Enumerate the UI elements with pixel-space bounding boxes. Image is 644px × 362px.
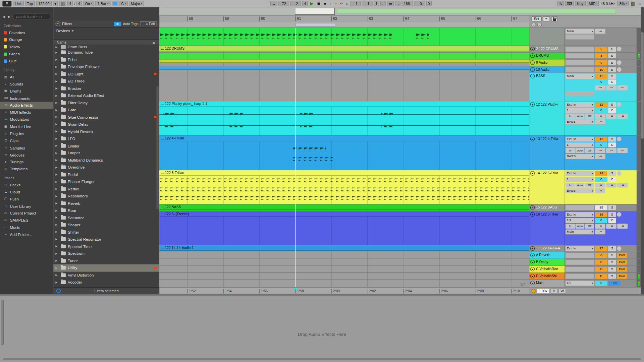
tap-tempo-button[interactable]: Tap bbox=[25, 1, 35, 6]
solo-button[interactable]: S bbox=[608, 205, 616, 210]
disclosure-triangle-icon[interactable]: ▶ bbox=[55, 58, 59, 61]
send-knob-value[interactable]: -∞ bbox=[617, 224, 628, 229]
re-enable-automation-button[interactable]: ↶ bbox=[339, 1, 343, 5]
send-knob-value[interactable]: -∞ bbox=[595, 28, 605, 34]
play-track-icon[interactable]: ▸ bbox=[530, 67, 535, 72]
routing-select[interactable] bbox=[566, 274, 594, 279]
clip-title-bar[interactable]: ... 122 14-14-Audio 1 bbox=[159, 245, 529, 251]
cpu-meter[interactable]: 3%▾ bbox=[618, 1, 629, 6]
send-knob-value[interactable]: -∞ bbox=[595, 182, 605, 187]
solo-button[interactable]: S bbox=[608, 246, 616, 251]
track-name-cell[interactable]: ▸C ValhallaRoo bbox=[529, 266, 565, 273]
disclosure-triangle-icon[interactable]: ▶ bbox=[55, 187, 59, 191]
track-number-badge[interactable]: 9 bbox=[595, 60, 607, 65]
post-toggle[interactable]: Post bbox=[617, 266, 627, 272]
routing-select[interactable]: 1▾ bbox=[566, 108, 594, 113]
clip-lane[interactable]: ... 122 6- (Freeze) bbox=[159, 212, 529, 245]
send-knob-value[interactable]: -∞ bbox=[606, 85, 616, 90]
track-number-badge[interactable]: 17 bbox=[595, 246, 607, 251]
monitor-dot-icon[interactable] bbox=[617, 67, 621, 72]
auto-tags-eye-icon[interactable]: 👁 bbox=[114, 21, 121, 26]
clip-lane[interactable] bbox=[159, 280, 529, 287]
send-knob-value[interactable]: -∞ bbox=[617, 85, 628, 90]
disclosure-triangle-icon[interactable]: ▶ bbox=[55, 79, 59, 83]
solo-button[interactable]: S bbox=[608, 47, 616, 52]
monitor-dot-icon[interactable] bbox=[617, 102, 621, 107]
sidebar-item-audio-effects[interactable]: ≋Audio Effects bbox=[0, 102, 53, 109]
sidebar-item-cloud[interactable]: ☁Cloud bbox=[0, 188, 53, 195]
monitor-dot-icon[interactable] bbox=[617, 171, 621, 176]
solo-button[interactable]: S bbox=[608, 136, 616, 141]
clip-title-bar[interactable]: ... 122 Plucky pipes_ harp 1-1 bbox=[159, 101, 529, 107]
routing-select[interactable] bbox=[566, 253, 594, 258]
routing-select[interactable]: BASS▾ bbox=[566, 119, 594, 124]
monitor-off-button[interactable]: Off bbox=[585, 224, 594, 229]
track-header[interactable]: ▸10 Audio10S bbox=[529, 66, 641, 72]
loop-start-sixteenths-field[interactable]: 1 bbox=[374, 1, 379, 6]
send-knob-value[interactable]: -∞ bbox=[595, 224, 605, 229]
sidebar-item-plug-ins[interactable]: ↯Plug-Ins bbox=[0, 130, 53, 137]
clip-lane[interactable] bbox=[159, 273, 529, 280]
send-knob-value[interactable]: -∞ bbox=[595, 148, 605, 153]
sidebar-item-templates[interactable]: ⊞Templates bbox=[0, 166, 53, 173]
sidebar-item-sounds[interactable]: ♪Sounds bbox=[0, 80, 53, 87]
sidebar-item-add-folder[interactable]: +Add Folder... bbox=[0, 231, 53, 238]
sidebar-item-clips[interactable]: ⊡Clips bbox=[0, 137, 53, 144]
link-button[interactable]: Link bbox=[13, 1, 23, 6]
device-item-hybrid-reverb[interactable]: ▶Hybrid Reverb bbox=[53, 128, 159, 135]
capture-midi-button[interactable]: ○ bbox=[345, 1, 349, 5]
automation-arm-button[interactable]: ≈ bbox=[334, 1, 338, 5]
track-header[interactable]: ▾14 122 5-TriliaExt. In▾14S1▾0CInAutoOff… bbox=[529, 170, 641, 204]
device-item-overdrive[interactable]: ▶Overdrive bbox=[53, 164, 159, 171]
monitor-dot-icon[interactable] bbox=[617, 47, 621, 51]
sidebar-item-push[interactable]: ▢Push bbox=[0, 195, 53, 202]
send-knob-value[interactable]: -∞ bbox=[595, 114, 605, 119]
send-knob-value[interactable]: -∞ bbox=[595, 154, 605, 159]
scrub-lane[interactable] bbox=[159, 22, 529, 27]
sidebar-item-modulators[interactable]: ∼Modulators bbox=[0, 116, 53, 123]
scale-awareness-icon[interactable] bbox=[112, 1, 118, 6]
preview-toggle-icon[interactable] bbox=[56, 289, 61, 293]
device-item-shaper[interactable]: ▶Shaper bbox=[53, 221, 159, 228]
routing-select[interactable] bbox=[566, 91, 594, 96]
position-bars-field[interactable]: 72. bbox=[278, 1, 289, 6]
monitor-dot-icon[interactable] bbox=[617, 60, 621, 65]
loop-length-bars-field[interactable]: 188. bbox=[402, 1, 413, 6]
disclosure-triangle-icon[interactable]: ▶ bbox=[55, 252, 59, 255]
disclosure-triangle-icon[interactable]: ▶ bbox=[55, 51, 59, 54]
monitor-in-button[interactable]: In bbox=[566, 182, 575, 187]
clip-lane[interactable]: ... 122 4-Trilian bbox=[159, 136, 529, 170]
track-number-badge[interactable]: 15 bbox=[595, 205, 607, 210]
disclosure-triangle-icon[interactable]: ▶ bbox=[55, 266, 59, 269]
sidebar-item-green[interactable]: Green bbox=[0, 50, 53, 57]
clip-lane[interactable] bbox=[159, 266, 529, 273]
track-number-badge[interactable]: 14 bbox=[595, 171, 607, 176]
track-name-cell[interactable]: ▸9 Audio bbox=[529, 60, 565, 66]
routing-select[interactable]: Ext. In▾ bbox=[566, 171, 594, 176]
device-item-grain-delay[interactable]: ▶Grain Delay bbox=[53, 121, 159, 128]
routing-select[interactable]: 1▾ bbox=[566, 177, 594, 182]
sidebar-item-user-library[interactable]: ⌂User Library bbox=[0, 202, 53, 209]
sidebar-item-tunings[interactable]: ♯Tunings bbox=[0, 159, 53, 166]
loop-length-sixteenths-field[interactable]: 0 bbox=[426, 1, 431, 6]
pan-value[interactable]: 0 bbox=[595, 142, 607, 147]
play-track-icon[interactable]: ▸ bbox=[530, 253, 535, 257]
monitor-auto-button[interactable]: Auto bbox=[575, 224, 585, 229]
follow-button[interactable]: → bbox=[270, 1, 277, 6]
send-knob-value[interactable]: -∞ bbox=[606, 224, 616, 229]
groove-pool-button[interactable]: O●▾ bbox=[83, 1, 94, 6]
track-number-badge[interactable]: 2 bbox=[595, 47, 607, 52]
sidebar-item-packs[interactable]: ⊟Packs bbox=[0, 181, 53, 188]
track-header[interactable]: ▾12 122 PluckyExt. In▾12S1▾0CInAutoOff-∞… bbox=[529, 101, 641, 135]
routing-select[interactable]: 1/2▾ bbox=[566, 281, 594, 286]
solo-button[interactable]: S bbox=[608, 67, 616, 72]
play-track-icon[interactable]: ▸ bbox=[530, 274, 535, 278]
device-item-glue-compressor[interactable]: ▶Glue Compressor bbox=[53, 114, 159, 121]
sidebar-item-orange[interactable]: Orange bbox=[0, 36, 53, 43]
clip-lane[interactable] bbox=[159, 73, 529, 101]
track-name-cell[interactable]: ●DRUMS bbox=[529, 53, 565, 59]
disclosure-triangle-icon[interactable]: ▶ bbox=[55, 173, 59, 176]
device-item-saturator[interactable]: ▶Saturator bbox=[53, 214, 159, 221]
send-knob-value[interactable]: -∞ bbox=[595, 229, 605, 234]
disclosure-triangle-icon[interactable]: ▶ bbox=[55, 108, 59, 112]
